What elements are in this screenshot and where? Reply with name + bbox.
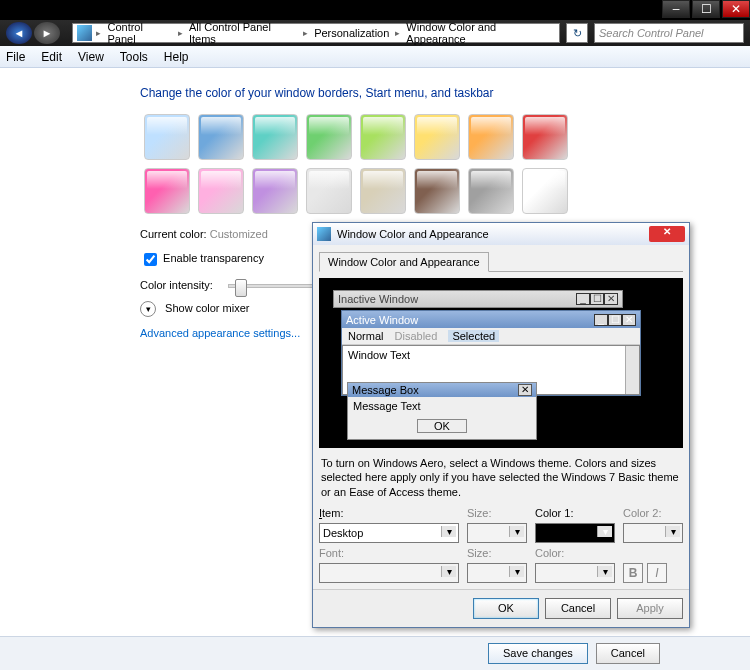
color-swatch[interactable] (522, 168, 568, 214)
back-button[interactable]: ◄ (6, 22, 32, 44)
font-label: Font: (319, 547, 459, 559)
breadcrumb-seg[interactable]: All Control Panel Items (183, 21, 303, 45)
preview-menu-selected: Selected (448, 330, 499, 342)
menu-edit[interactable]: Edit (41, 50, 62, 64)
breadcrumb-seg[interactable]: Control Panel (101, 21, 177, 45)
color-swatch[interactable] (414, 168, 460, 214)
font-size-label: Size: (467, 547, 527, 559)
tab-window-color[interactable]: Window Color and Appearance (319, 252, 489, 272)
preview-msg-title: Message Box (352, 384, 419, 396)
maximize-button[interactable]: ☐ (692, 0, 720, 18)
breadcrumb[interactable]: ▸ Control Panel ▸ All Control Panel Item… (72, 23, 560, 43)
size-stepper (467, 523, 527, 543)
dialog-close-button[interactable]: ✕ (649, 226, 685, 242)
color-swatch[interactable] (468, 168, 514, 214)
font-color-label: Color: (535, 547, 615, 559)
min-icon: _ (576, 293, 590, 305)
preview-menu-disabled: Disabled (395, 330, 438, 342)
appearance-dialog: Window Color and Appearance ✕ Window Col… (312, 222, 690, 628)
color-swatch[interactable] (198, 168, 244, 214)
color-swatch[interactable] (522, 114, 568, 160)
dialog-apply-button[interactable]: Apply (617, 598, 683, 619)
preview-msg-text: Message Text (348, 397, 536, 415)
enable-transparency-label: Enable transparency (163, 252, 264, 264)
menu-help[interactable]: Help (164, 50, 189, 64)
window-close-button[interactable]: ✕ (722, 0, 750, 18)
page-heading: Change the color of your window borders,… (140, 86, 750, 100)
color-swatch[interactable] (360, 114, 406, 160)
minimize-button[interactable]: – (662, 0, 690, 18)
color-swatch[interactable] (468, 114, 514, 160)
current-color-value: Customized (210, 228, 268, 240)
dialog-note: To turn on Windows Aero, select a Window… (321, 456, 681, 499)
bold-button: B (623, 563, 643, 583)
current-color-label: Current color: (140, 228, 207, 240)
preview-active-title: Active Window (346, 314, 418, 326)
forward-button[interactable]: ► (34, 22, 60, 44)
font-select (319, 563, 459, 583)
italic-button: I (647, 563, 667, 583)
preview-msg-ok: OK (417, 419, 467, 433)
color-swatch[interactable] (144, 114, 190, 160)
breadcrumb-seg[interactable]: Personalization (308, 27, 395, 39)
color1-picker[interactable] (535, 523, 615, 543)
color-swatch[interactable] (144, 168, 190, 214)
menubar: File Edit View Tools Help (0, 46, 750, 68)
page-cancel-button[interactable]: Cancel (596, 643, 660, 664)
color2-picker (623, 523, 683, 543)
item-label: IItem:tem: (319, 507, 459, 519)
menu-view[interactable]: View (78, 50, 104, 64)
breadcrumb-seg[interactable]: Window Color and Appearance (400, 21, 559, 45)
preview-inactive-title: Inactive Window (338, 293, 418, 305)
color-swatch[interactable] (198, 114, 244, 160)
max-icon: ☐ (608, 314, 622, 326)
color-swatch[interactable] (414, 114, 460, 160)
color-intensity-label: Color intensity: (140, 279, 213, 291)
font-color-picker (535, 563, 615, 583)
color1-label: Color 1: (535, 507, 615, 519)
color2-label: Color 2: (623, 507, 683, 519)
page-footer: Save changes Cancel (0, 636, 750, 670)
max-icon: ☐ (590, 293, 604, 305)
save-changes-button[interactable]: Save changes (488, 643, 588, 664)
color-swatch[interactable] (306, 168, 352, 214)
control-panel-icon (77, 25, 92, 41)
dialog-title: Window Color and Appearance (337, 228, 489, 240)
color-swatch[interactable] (252, 114, 298, 160)
color-swatch[interactable] (306, 114, 352, 160)
color-swatch[interactable] (252, 168, 298, 214)
explorer-navbar: ◄ ► ▸ Control Panel ▸ All Control Panel … (0, 20, 750, 46)
dialog-ok-button[interactable]: OK (473, 598, 539, 619)
dialog-titlebar: Window Color and Appearance ✕ (313, 223, 689, 245)
preview-inactive-window: Inactive Window _☐✕ (333, 290, 623, 308)
window-controls: – ☐ ✕ (662, 0, 750, 18)
enable-transparency-checkbox[interactable] (144, 253, 157, 266)
menu-file[interactable]: File (6, 50, 25, 64)
dialog-cancel-button[interactable]: Cancel (545, 598, 611, 619)
preview-menu-normal: Normal (348, 330, 383, 342)
search-input[interactable]: Search Control Panel (594, 23, 744, 43)
expand-mixer-button[interactable]: ▾ (140, 301, 156, 317)
appearance-preview: Inactive Window _☐✕ Active Window _☐✕ No… (319, 278, 683, 448)
preview-window-text: Window Text (348, 349, 410, 361)
show-color-mixer-label: Show color mixer (165, 302, 249, 314)
refresh-button[interactable]: ↻ (566, 23, 588, 43)
min-icon: _ (594, 314, 608, 326)
menu-tools[interactable]: Tools (120, 50, 148, 64)
color-swatch-grid (140, 110, 610, 218)
size-label: Size: (467, 507, 527, 519)
preview-message-box: Message Box✕ Message Text OK (347, 382, 537, 440)
close-icon: ✕ (518, 384, 532, 396)
dialog-tabs: Window Color and Appearance (319, 251, 683, 272)
item-select[interactable]: Desktop (319, 523, 459, 543)
color-swatch[interactable] (360, 168, 406, 214)
scrollbar-icon (625, 346, 639, 394)
close-icon: ✕ (604, 293, 618, 305)
close-icon: ✕ (622, 314, 636, 326)
font-size-select (467, 563, 527, 583)
dialog-icon (317, 227, 331, 241)
